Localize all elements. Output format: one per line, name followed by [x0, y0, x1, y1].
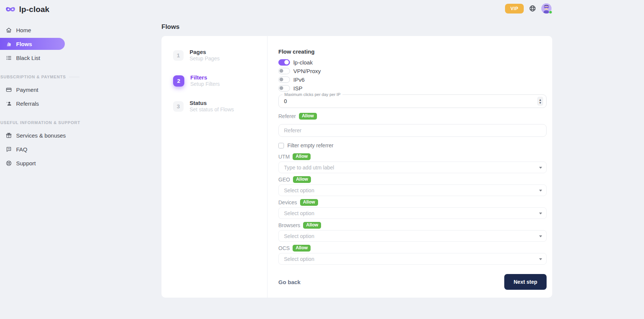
isp-toggle[interactable]: [278, 85, 290, 91]
home-icon: [5, 27, 12, 33]
mask-icon: [5, 5, 16, 13]
browsers-select[interactable]: [278, 230, 547, 242]
next-step-button[interactable]: Next step: [504, 274, 547, 290]
max-clicks-field: Maximum clicks per day per IP ▲▼: [278, 94, 547, 108]
svg-text:?!: ?!: [7, 147, 10, 150]
section-divider: [69, 77, 79, 77]
sidebar-item-flows[interactable]: Flows: [0, 38, 65, 50]
checkbox-label: Filter empty referrer: [287, 142, 333, 148]
toggle-knob: [279, 78, 283, 81]
toggle-knob: [279, 69, 283, 73]
avatar[interactable]: [541, 3, 551, 13]
step-number: 3: [173, 101, 184, 112]
page-title: Flows: [161, 23, 179, 31]
go-back-button[interactable]: Go back: [278, 279, 300, 285]
browsers-label-row: Browsers Allow: [278, 222, 547, 228]
sidebar-item-label: Black List: [16, 55, 40, 61]
utm-select-wrap: [278, 162, 547, 173]
referer-allow-badge[interactable]: Allow: [299, 113, 317, 120]
sidebar-item-referrals[interactable]: Referrals: [0, 97, 71, 109]
flow-stepper: 1 Pages Setup Pages 2 Filters Setup Filt…: [173, 49, 263, 125]
sidebar-item-label: Flows: [16, 41, 32, 47]
ocs-allow-badge[interactable]: Allow: [293, 245, 311, 252]
max-clicks-input[interactable]: [284, 95, 515, 108]
ocs-label-row: OCS Allow: [278, 245, 547, 251]
vip-button[interactable]: VIP: [505, 4, 524, 13]
browsers-allow-badge[interactable]: Allow: [303, 222, 321, 229]
toggle-row-vpn-proxy: VPN/Proxy: [278, 67, 547, 74]
sidebar-item-label: Services & bonuses: [16, 132, 66, 139]
step-subtitle: Setup Pages: [190, 55, 220, 62]
form-footer: Go back Next step: [278, 274, 547, 290]
devices-allow-badge[interactable]: Allow: [300, 199, 318, 206]
sidebar-section-subscription: SUBSCRIPTION & PAYMENTS: [0, 75, 71, 79]
geo-label-row: GEO Allow: [278, 176, 547, 183]
step-pages[interactable]: 1 Pages Setup Pages: [173, 49, 263, 62]
utm-input[interactable]: [278, 162, 547, 173]
globe-icon[interactable]: [529, 5, 536, 12]
toggle-label: IPv6: [293, 76, 305, 83]
toggle-row-lp-cloak: lp-cloak: [278, 59, 547, 66]
ocs-select[interactable]: [278, 253, 547, 265]
referer-label-row: Referer Allow: [278, 113, 547, 119]
sidebar-item-faq[interactable]: ?! FAQ: [0, 143, 71, 155]
list-icon: [5, 54, 12, 61]
step-subtitle: Setup Filters: [190, 81, 220, 87]
sidebar-item-home[interactable]: Home: [0, 24, 71, 36]
online-status-dot: [549, 10, 552, 14]
toggle-row-ipv6: IPv6: [278, 76, 547, 83]
sidebar-item-payment[interactable]: Payment: [0, 84, 71, 96]
step-title: Pages: [190, 49, 220, 55]
vpn-proxy-toggle[interactable]: [278, 68, 290, 74]
referer-label: Referer: [278, 113, 296, 119]
step-title: Filters: [190, 74, 220, 81]
filter-empty-referrer-checkbox[interactable]: [278, 143, 284, 148]
devices-select-wrap: [278, 207, 547, 219]
devices-label: Devices: [278, 199, 297, 205]
step-subtitle: Set status of Flows: [190, 106, 234, 113]
number-stepper-icon[interactable]: ▲▼: [537, 97, 543, 106]
step-status[interactable]: 3 Status Set status of Flows: [173, 100, 263, 113]
sidebar-item-label: Referrals: [16, 100, 39, 107]
referer-input[interactable]: [278, 124, 547, 137]
toggle-label: VPN/Proxy: [293, 68, 321, 74]
form-title: Flow creating: [278, 48, 547, 55]
faq-bubble-icon: ?!: [5, 146, 12, 153]
filter-empty-referrer-row[interactable]: Filter empty referrer: [278, 142, 547, 148]
sidebar-item-support[interactable]: Support: [0, 157, 71, 169]
sidebar-item-label: Payment: [16, 87, 38, 93]
sidebar-nav: Home Flows Black List SUBSCRIPTION & PAY…: [0, 24, 71, 171]
sidebar-item-black-list[interactable]: Black List: [0, 52, 71, 64]
card-divider: [267, 36, 267, 298]
sidebar: lp-cloak Home Flows: [0, 0, 71, 319]
sidebar-item-services[interactable]: Services & bonuses: [0, 129, 71, 141]
max-clicks-label: Maximum clicks per day per IP: [282, 92, 342, 97]
geo-select[interactable]: [278, 184, 547, 196]
lp-cloak-toggle[interactable]: [278, 59, 290, 66]
step-number: 1: [173, 50, 184, 61]
person-add-icon: [5, 100, 12, 107]
flow-creating-form: Flow creating lp-cloak VPN/Proxy IPv6 IS…: [278, 36, 547, 298]
step-number: 2: [173, 75, 184, 87]
utm-label-row: UTM Allow: [278, 153, 547, 160]
step-filters[interactable]: 2 Filters Setup Filters: [173, 74, 263, 87]
sidebar-section-useful: USEFUL INFORMATION & SUPPORT: [0, 120, 71, 125]
lifebuoy-icon: [5, 160, 12, 166]
toggle-label: ISP: [293, 85, 302, 91]
devices-select[interactable]: [278, 207, 547, 219]
step-title: Status: [190, 100, 234, 106]
toggle-label: lp-cloak: [293, 59, 313, 66]
ocs-label: OCS: [278, 245, 290, 251]
ocs-select-wrap: [278, 253, 547, 265]
credit-card-icon: [5, 86, 12, 93]
geo-label: GEO: [278, 177, 290, 183]
utm-allow-badge[interactable]: Allow: [293, 153, 311, 160]
geo-allow-badge[interactable]: Allow: [293, 176, 311, 183]
gift-icon: [5, 132, 12, 139]
ipv6-toggle[interactable]: [278, 76, 290, 83]
browsers-label: Browsers: [278, 222, 300, 228]
toggle-knob: [284, 60, 289, 64]
header-controls: VIP: [505, 3, 551, 13]
app-logo[interactable]: lp-cloak: [0, 0, 71, 14]
utm-label: UTM: [278, 154, 290, 160]
